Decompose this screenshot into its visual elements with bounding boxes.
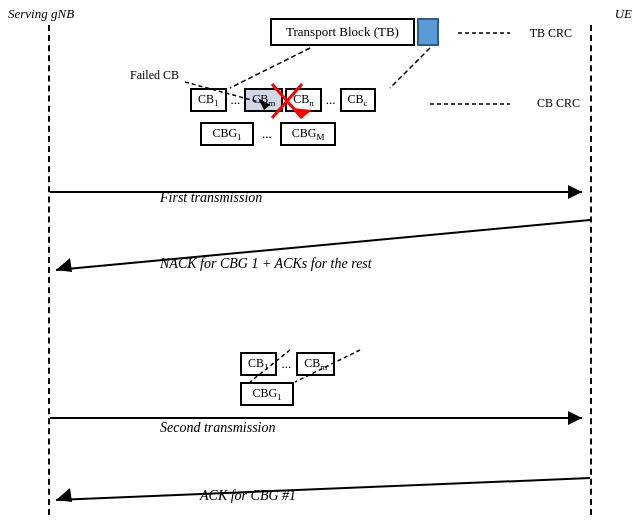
first-transmission-label: First transmission — [160, 190, 262, 206]
svg-marker-10 — [568, 185, 582, 199]
svg-line-1 — [390, 48, 430, 88]
cb-crc-label: CB CRC — [537, 96, 580, 111]
svg-marker-17 — [568, 411, 582, 425]
cbgm-box: CBGM — [280, 122, 337, 146]
svg-line-11 — [56, 220, 590, 270]
svg-marker-12 — [56, 258, 72, 272]
ue-dashed-line — [590, 25, 592, 515]
tb-crc-label: TB CRC — [530, 26, 572, 41]
cbg1-box: CBG1 — [200, 122, 254, 146]
cb-dots-1: ... — [229, 92, 243, 108]
ue-label: UE — [615, 6, 632, 22]
tb-box: Transport Block (TB) — [270, 18, 415, 46]
cbg-row2: CBG1 — [240, 382, 294, 406]
svg-text:NACK for CBG 1 + ACKs for the : NACK for CBG 1 + ACKs for the rest — [159, 256, 373, 271]
cbg-row: CBG1 ... CBGM — [200, 122, 336, 146]
failed-cb-label: Failed CB — [130, 68, 179, 83]
cb-dots-2: ... — [324, 92, 338, 108]
cbn-box: CBn — [285, 88, 322, 112]
cbm-box: CBm — [244, 88, 283, 112]
svg-line-0 — [230, 48, 310, 88]
cbm-box2: CBm — [296, 352, 335, 376]
cbc-box: CBc — [340, 88, 376, 112]
cb-row2: CB1 ... CBm — [240, 352, 335, 376]
gnb-dashed-line — [48, 25, 50, 515]
cb1-box2: CB1 — [240, 352, 277, 376]
diagram-svg: NACK for CBG 1 + ACKs for the rest — [0, 0, 640, 521]
gnb-label: Serving gNB — [8, 6, 74, 22]
second-transmission-label: Second transmission — [160, 420, 276, 436]
transport-block-container: Transport Block (TB) — [270, 18, 439, 46]
cbg-dots: ... — [262, 126, 272, 142]
cb-row: CB1 ... CBm CBn ... CBc — [190, 88, 376, 112]
svg-line-18 — [56, 478, 590, 500]
tb-blue-indicator — [417, 18, 439, 46]
diagram: Serving gNB UE Transport Block (TB) TB C… — [0, 0, 640, 521]
cb1-box: CB1 — [190, 88, 227, 112]
ack-label: ACK for CBG #1 — [200, 488, 296, 504]
cbg1-box2: CBG1 — [240, 382, 294, 406]
svg-marker-19 — [56, 488, 72, 502]
cb-dots2: ... — [280, 356, 294, 372]
